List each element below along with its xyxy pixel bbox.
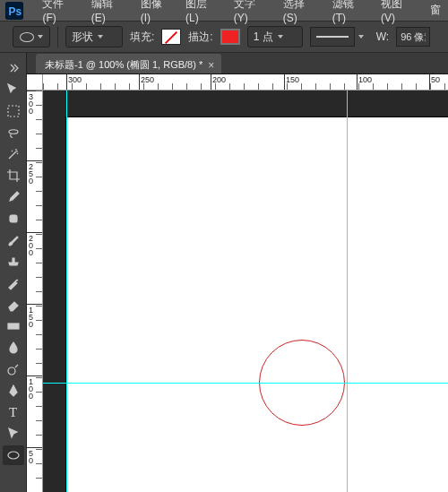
history-brush-tool[interactable] [3, 273, 24, 293]
ruler-tick-label: 300 [68, 75, 82, 84]
menu-layer[interactable]: 图层(L) [178, 0, 227, 26]
ruler-tick-label: 100 [358, 75, 372, 84]
document-tab[interactable]: 未标题-1 @ 100% (椭圆 1, RGB/8) * × [36, 54, 221, 73]
canvas[interactable] [66, 117, 448, 492]
app-menubar: Ps 文件(F) 编辑(E) 图像(I) 图层(L) 文字(Y) 选择(S) 滤… [0, 0, 448, 21]
menu-file[interactable]: 文件(F) [35, 0, 83, 26]
gradient-tool[interactable] [3, 316, 24, 336]
ruler-corner[interactable] [27, 74, 43, 91]
document-tab-title: 未标题-1 @ 100% (椭圆 1, RGB/8) * [45, 58, 202, 72]
stroke-width-input[interactable]: 1 点 [247, 26, 303, 47]
menu-filter[interactable]: 滤镜(T) [325, 0, 374, 26]
chevron-down-icon [98, 35, 103, 39]
lasso-tool[interactable] [3, 123, 24, 142]
ruler-vertical[interactable]: 30025020015010050 [27, 91, 43, 492]
workarea: T 未标题-1 @ 100% (椭圆 1, RGB/8) * × 3002502… [0, 53, 448, 492]
tool-panel: T [0, 53, 27, 492]
move-tool[interactable] [3, 80, 24, 99]
svg-rect-4 [8, 324, 19, 329]
eyedropper-tool[interactable] [3, 187, 24, 207]
brush-tool[interactable] [3, 230, 24, 250]
svg-point-5 [8, 367, 15, 375]
clone-stamp-tool[interactable] [3, 252, 24, 272]
magic-wand-tool[interactable] [3, 144, 24, 164]
blur-tool[interactable] [3, 338, 24, 358]
guide-vertical-ext [347, 91, 348, 492]
chevron-down-icon [358, 35, 364, 39]
dodge-tool[interactable] [3, 359, 24, 379]
svg-text:Ps: Ps [8, 4, 22, 17]
menu-type[interactable]: 文字(Y) [227, 0, 276, 26]
pen-tool[interactable] [3, 381, 24, 401]
width-input[interactable] [396, 27, 430, 47]
fill-label: 填充: [130, 30, 154, 45]
ruler-tick-label: 0 [29, 392, 33, 401]
ps-logo-icon[interactable]: Ps [4, 3, 24, 19]
menu-select[interactable]: 选择(S) [276, 0, 325, 26]
expand-arrow-icon[interactable] [3, 58, 24, 78]
eraser-tool[interactable] [3, 295, 24, 315]
guide-vertical-ext [66, 91, 67, 492]
menu-window[interactable]: 窗 [423, 1, 448, 20]
marquee-tool[interactable] [3, 101, 24, 121]
document-area: 未标题-1 @ 100% (椭圆 1, RGB/8) * × 300250200… [27, 53, 448, 492]
ruler-tick-label: 0 [29, 456, 33, 465]
shape-mode-dropdown[interactable]: 形状 [65, 26, 123, 47]
ruler-tick-label: 0 [29, 248, 33, 257]
ellipse-icon [20, 32, 34, 42]
crop-tool[interactable] [3, 166, 24, 186]
divider [57, 26, 58, 47]
stroke-label: 描边: [188, 30, 212, 45]
tool-preset-picker[interactable] [13, 26, 50, 47]
canvas-viewport[interactable] [43, 91, 448, 492]
fill-swatch[interactable] [161, 29, 181, 45]
ellipse-tool[interactable] [3, 445, 24, 465]
healing-brush-tool[interactable] [3, 209, 24, 229]
menu-image[interactable]: 图像(I) [134, 0, 178, 26]
stroke-line-icon [316, 36, 349, 38]
stroke-swatch[interactable] [220, 29, 240, 45]
menu-view[interactable]: 视图(V) [374, 0, 423, 26]
svg-point-6 [8, 452, 19, 459]
chevron-down-icon [38, 35, 43, 39]
close-icon[interactable]: × [208, 59, 214, 72]
ruler-tick-label: 50 [431, 75, 440, 84]
width-label: W: [376, 30, 389, 43]
menu-edit[interactable]: 编辑(E) [84, 0, 134, 26]
ruler-horizontal[interactable]: 30025020015010050 [43, 74, 448, 91]
stroke-style-dropdown[interactable] [310, 27, 355, 47]
svg-rect-2 [8, 106, 19, 117]
ruler-tick-label: 150 [286, 75, 299, 84]
shape-mode-label: 形状 [72, 30, 93, 45]
stroke-width-value: 1 点 [254, 30, 273, 45]
document-tabbar: 未标题-1 @ 100% (椭圆 1, RGB/8) * × [27, 53, 448, 74]
guide-horizontal-ext [43, 383, 448, 384]
type-tool[interactable]: T [3, 402, 24, 422]
ruler-tick-label: 0 [29, 320, 33, 329]
path-select-tool[interactable] [3, 424, 24, 444]
ruler-tick-label: 0 [29, 107, 33, 116]
ruler-tick-label: 0 [29, 177, 33, 186]
svg-rect-3 [10, 215, 17, 222]
chevron-down-icon [278, 35, 283, 39]
